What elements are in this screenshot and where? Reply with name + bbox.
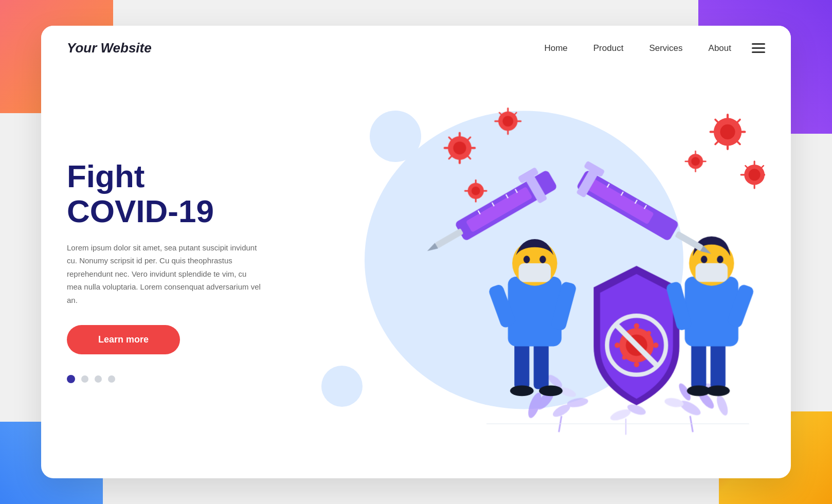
svg-line-105 xyxy=(715,141,718,144)
svg-line-81 xyxy=(449,156,451,158)
svg-rect-52 xyxy=(691,341,706,389)
svg-rect-32 xyxy=(534,341,549,389)
svg-point-84 xyxy=(502,116,513,127)
hamburger-line-2 xyxy=(752,47,765,49)
nav-item-services[interactable]: Services xyxy=(649,43,682,53)
svg-point-62 xyxy=(717,256,724,263)
carousel-dots xyxy=(67,375,283,383)
nav-link-about[interactable]: About xyxy=(709,43,731,53)
svg-line-90 xyxy=(514,113,516,115)
svg-point-22 xyxy=(614,343,620,348)
svg-point-116 xyxy=(691,157,700,166)
svg-point-23 xyxy=(653,343,658,348)
nav-link-home[interactable]: Home xyxy=(544,43,567,53)
virus-topright-3 xyxy=(685,151,706,172)
dot-4[interactable] xyxy=(108,375,115,383)
hero-title-line1: Fight xyxy=(67,158,145,194)
svg-rect-31 xyxy=(514,341,529,389)
svg-point-40 xyxy=(523,256,530,263)
shield xyxy=(593,266,679,405)
svg-line-79 xyxy=(449,137,451,140)
site-logo[interactable]: Your Website xyxy=(67,40,544,56)
main-card: Your Website Home Product Services About xyxy=(41,26,791,478)
svg-point-33 xyxy=(510,385,534,396)
svg-point-12 xyxy=(609,407,632,423)
svg-line-106 xyxy=(737,141,740,144)
svg-rect-39 xyxy=(519,263,551,282)
hero-illustration xyxy=(283,81,765,451)
virus-topright-2 xyxy=(741,161,765,188)
svg-point-98 xyxy=(720,124,735,139)
hero-left: Fight COVID-19 Lorem ipsum dolor sit ame… xyxy=(67,81,283,451)
virus-topleft-2 xyxy=(495,109,521,134)
svg-point-25 xyxy=(647,331,651,335)
svg-point-74 xyxy=(453,141,466,154)
navbar: Your Website Home Product Services About xyxy=(41,26,791,70)
svg-point-41 xyxy=(539,256,546,263)
virus-topleft-1 xyxy=(445,133,475,163)
svg-rect-56 xyxy=(685,277,738,346)
dot-2[interactable] xyxy=(81,375,88,383)
svg-line-103 xyxy=(715,119,718,122)
nav-item-about[interactable]: About xyxy=(709,43,731,53)
svg-line-114 xyxy=(762,166,764,168)
svg-point-92 xyxy=(472,187,480,195)
covid-fight-illustration xyxy=(283,81,765,451)
hamburger-line-3 xyxy=(752,51,765,53)
svg-line-82 xyxy=(468,156,471,158)
svg-rect-53 xyxy=(711,341,726,389)
nav-item-home[interactable]: Home xyxy=(544,43,567,53)
svg-rect-64 xyxy=(587,178,654,224)
hero-title-line2: COVID-19 xyxy=(67,193,214,229)
nav-item-product[interactable]: Product xyxy=(593,43,624,53)
svg-point-108 xyxy=(749,169,761,181)
nav-link-services[interactable]: Services xyxy=(649,43,682,53)
svg-point-61 xyxy=(701,256,708,263)
svg-point-26 xyxy=(622,355,626,359)
hero-section: Fight COVID-19 Lorem ipsum dolor sit ame… xyxy=(41,70,791,472)
hero-body-text: Lorem ipsum dolor sit amet, sea putant s… xyxy=(67,241,262,307)
svg-line-104 xyxy=(737,119,740,122)
svg-rect-60 xyxy=(696,263,728,282)
svg-line-89 xyxy=(499,113,501,115)
svg-point-11 xyxy=(715,394,730,417)
svg-rect-46 xyxy=(435,228,464,248)
hero-title: Fight COVID-19 xyxy=(67,159,283,229)
virus-topleft-3 xyxy=(465,180,486,202)
learn-more-button[interactable]: Learn more xyxy=(67,325,180,354)
svg-point-55 xyxy=(706,385,730,396)
svg-line-113 xyxy=(745,166,747,168)
virus-topright-1 xyxy=(711,115,745,149)
doctor-left xyxy=(418,163,577,396)
nav-links: Home Product Services About xyxy=(544,43,731,53)
hamburger-menu-icon[interactable] xyxy=(752,43,765,53)
dot-1[interactable] xyxy=(67,375,75,383)
dot-3[interactable] xyxy=(95,375,102,383)
hamburger-line-1 xyxy=(752,43,765,45)
nav-link-product[interactable]: Product xyxy=(593,43,624,53)
svg-rect-35 xyxy=(508,277,562,346)
svg-point-34 xyxy=(539,385,563,396)
svg-line-80 xyxy=(468,137,471,140)
